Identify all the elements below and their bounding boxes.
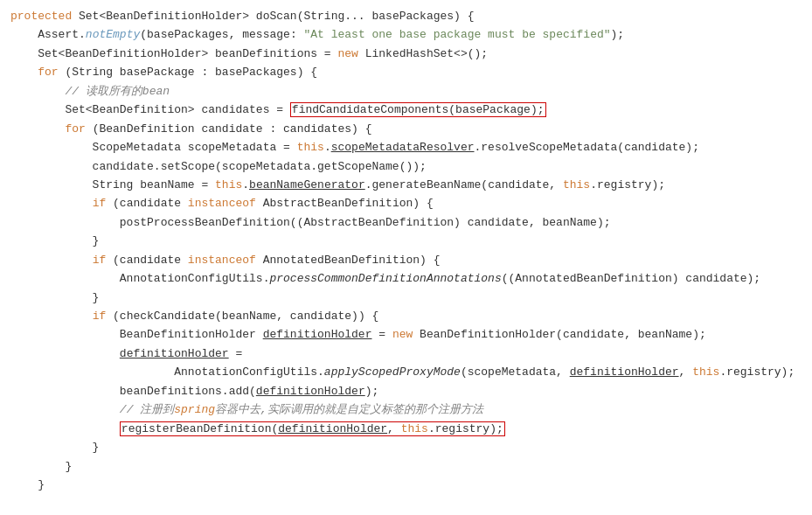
- code-line-20: AnnotationConfigUtils.applyScopedProxyMo…: [10, 363, 802, 381]
- code-line-19: definitionHolder =: [10, 344, 802, 363]
- code-line-5: // 读取所有的bean: [10, 82, 802, 101]
- code-line-9: candidate.setScope(scopeMetadata.getScop…: [10, 157, 802, 176]
- code-line-7: for (BeanDefinition candidate : candidat…: [10, 120, 802, 138]
- code-line-27: [10, 494, 802, 512]
- code-line-15: AnnotationConfigUtils.processCommonDefin…: [10, 269, 802, 288]
- code-line-6: Set<BeanDefinition> candidates = findCan…: [10, 101, 802, 119]
- code-line-12: postProcessBeanDefinition((AbstractBeanD…: [10, 213, 802, 232]
- code-line-13: }: [10, 232, 802, 250]
- code-line-26: }: [10, 476, 802, 494]
- code-line-21: beanDefinitions.add(definitionHolder);: [10, 382, 802, 400]
- code-line-24: }: [10, 438, 802, 456]
- code-container: protected Set<BeanDefinitionHolder> doSc…: [0, 0, 812, 515]
- code-line-23: registerBeanDefinition(definitionHolder,…: [10, 420, 802, 438]
- code-line-17: if (checkCandidate(beanName, candidate))…: [10, 307, 802, 325]
- code-line-2: Assert.notEmpty(basePackages, message: "…: [10, 25, 802, 44]
- code-line-1: protected Set<BeanDefinitionHolder> doSc…: [10, 7, 802, 25]
- code-line-25: }: [10, 457, 802, 476]
- code-line-16: }: [10, 289, 802, 307]
- code-line-8: ScopeMetadata scopeMetadata = this.scope…: [10, 138, 802, 157]
- code-line-10: String beanName = this.beanNameGenerator…: [10, 176, 802, 194]
- code-line-3: Set<BeanDefinitionHolder> beanDefinition…: [10, 45, 802, 63]
- code-line-18: BeanDefinitionHolder definitionHolder = …: [10, 325, 802, 344]
- code-line-14: if (candidate instanceof AnnotatedBeanDe…: [10, 251, 802, 269]
- code-line-11: if (candidate instanceof AbstractBeanDef…: [10, 194, 802, 212]
- code-line-4: for (String basePackage : basePackages) …: [10, 63, 802, 81]
- code-line-22: // 注册到spring容器中去,实际调用的就是自定义标签的那个注册方法: [10, 400, 802, 419]
